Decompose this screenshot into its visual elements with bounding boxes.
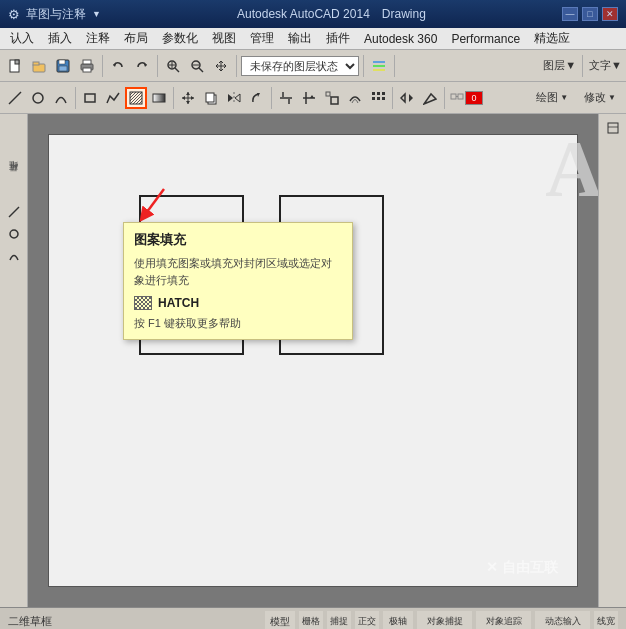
line-button[interactable] — [4, 87, 26, 109]
title-bar-left: ⚙ 草图与注释 ▼ — [8, 6, 101, 23]
menu-item-a360[interactable]: Autodesk 360 — [358, 30, 443, 48]
otrack-button[interactable]: 对象追踪 — [476, 611, 531, 630]
svg-marker-41 — [228, 94, 233, 102]
extend-button[interactable] — [298, 87, 320, 109]
svg-rect-6 — [59, 66, 67, 71]
toolbar-row-1: 未保存的图层状态 图层▼ 文字▼ — [0, 50, 626, 82]
osnap-button[interactable]: 对象捕捉 — [417, 611, 472, 630]
minimize-button[interactable]: — — [562, 7, 578, 21]
svg-rect-3 — [33, 62, 39, 65]
menu-item-performance[interactable]: Performance — [445, 30, 526, 48]
zoom-prev-button[interactable] — [186, 55, 208, 77]
mirror-button[interactable] — [223, 87, 245, 109]
hatch-icon — [134, 296, 152, 310]
svg-rect-33 — [153, 94, 165, 102]
layer-state-dropdown[interactable]: 未保存的图层状态 — [241, 56, 359, 76]
title-dropdown[interactable]: 草图与注释 — [26, 6, 86, 23]
lweight-button[interactable]: 线宽 — [594, 611, 618, 630]
tooltip-title: 图案填充 — [134, 231, 342, 249]
zoom-draw-button[interactable] — [419, 87, 441, 109]
pull-button[interactable] — [396, 87, 418, 109]
gradient-button[interactable] — [148, 87, 170, 109]
pan-button[interactable] — [210, 55, 232, 77]
draw-sep-1 — [75, 87, 76, 109]
array-button[interactable] — [367, 87, 389, 109]
svg-rect-8 — [83, 60, 91, 64]
copy-button[interactable] — [200, 87, 222, 109]
sep-right — [582, 55, 583, 77]
left-arc-button[interactable] — [4, 246, 24, 266]
polyline-button[interactable] — [102, 87, 124, 109]
menu-item-charu[interactable]: 插入 — [42, 28, 78, 49]
draw-section-label[interactable]: 绘图 — [530, 88, 574, 107]
menu-item-buju[interactable]: 布局 — [118, 28, 154, 49]
svg-rect-69 — [608, 123, 618, 133]
polar-button[interactable]: 极轴 — [383, 611, 413, 630]
menu-item-shuchu[interactable]: 输出 — [282, 28, 318, 49]
svg-marker-61 — [424, 94, 436, 104]
trim-button[interactable] — [275, 87, 297, 109]
undo-button[interactable] — [107, 55, 129, 77]
open-file-button[interactable] — [28, 55, 50, 77]
watermark: ✕ 自由互联 — [486, 559, 558, 577]
svg-rect-57 — [377, 97, 380, 100]
redo-button[interactable] — [131, 55, 153, 77]
tooltip-help-text: 按 F1 键获取更多帮助 — [134, 316, 342, 331]
hatch-button[interactable] — [125, 87, 147, 109]
snap-button[interactable]: 捕捉 — [327, 611, 351, 630]
color-label: 0 — [471, 93, 476, 103]
svg-rect-51 — [326, 92, 330, 96]
modify-section-label[interactable]: 修改 — [578, 88, 622, 107]
svg-line-32 — [130, 92, 142, 104]
draw-sep-3 — [271, 87, 272, 109]
menu-item-zhushi[interactable]: 注释 — [80, 28, 116, 49]
gear-icon: ⚙ — [8, 7, 20, 22]
hatch-label: HATCH — [158, 296, 199, 310]
svg-line-17 — [199, 68, 203, 72]
svg-rect-24 — [85, 94, 95, 102]
menu-item-canshuh[interactable]: 参数化 — [156, 28, 204, 49]
menu-item-ruren[interactable]: 认入 — [4, 28, 40, 49]
svg-marker-60 — [409, 94, 413, 102]
arc-button[interactable] — [50, 87, 72, 109]
svg-rect-19 — [373, 61, 385, 63]
close-button[interactable]: ✕ — [602, 7, 618, 21]
model-tab[interactable]: 模型 — [265, 611, 295, 630]
move-button[interactable] — [177, 87, 199, 109]
svg-rect-54 — [377, 92, 380, 95]
print-button[interactable] — [76, 55, 98, 77]
circle-button[interactable] — [27, 87, 49, 109]
left-line-button[interactable] — [4, 202, 24, 222]
offset-button[interactable] — [344, 87, 366, 109]
ortho-button[interactable]: 正交 — [355, 611, 379, 630]
layer-properties-button[interactable] — [368, 55, 390, 77]
rectangle-button[interactable] — [79, 87, 101, 109]
new-file-button[interactable] — [4, 55, 26, 77]
rotate-button[interactable] — [246, 87, 268, 109]
zoom-realtime-button[interactable] — [162, 55, 184, 77]
svg-rect-50 — [331, 97, 338, 104]
svg-rect-21 — [373, 69, 385, 71]
right-toolbar: 图层▼ 文字▼ — [543, 55, 622, 77]
draw-sep-5 — [444, 87, 445, 109]
title-bar-right: — □ ✕ — [562, 7, 618, 21]
status-buttons: 模型 栅格 捕捉 正交 极轴 对象捕捉 对象追踪 动态输入 线宽 — [265, 611, 618, 630]
save-file-button[interactable] — [52, 55, 74, 77]
maximize-button[interactable]: □ — [582, 7, 598, 21]
canvas-area[interactable]: 图案填充 使用填充图案或填充对封闭区域或选定对象进行填充 HATCH 按 F1 … — [28, 114, 598, 607]
grid-button[interactable]: 栅格 — [299, 611, 323, 630]
left-toolbar: 二维草框 — [0, 114, 28, 607]
menu-item-guanli[interactable]: 管理 — [244, 28, 280, 49]
dynin-button[interactable]: 动态输入 — [535, 611, 590, 630]
svg-rect-20 — [373, 65, 385, 67]
left-circle-button[interactable] — [4, 224, 24, 244]
svg-marker-42 — [235, 94, 240, 102]
separator-4 — [363, 55, 364, 77]
scale-button[interactable] — [321, 87, 343, 109]
menu-item-shitu[interactable]: 视图 — [206, 28, 242, 49]
color-indicator[interactable]: 0 — [465, 91, 483, 105]
right-panel-btn1[interactable] — [603, 118, 623, 138]
menu-item-jingxuan[interactable]: 精选应 — [528, 28, 576, 49]
menu-item-chajian[interactable]: 插件 — [320, 28, 356, 49]
separator-5 — [394, 55, 395, 77]
